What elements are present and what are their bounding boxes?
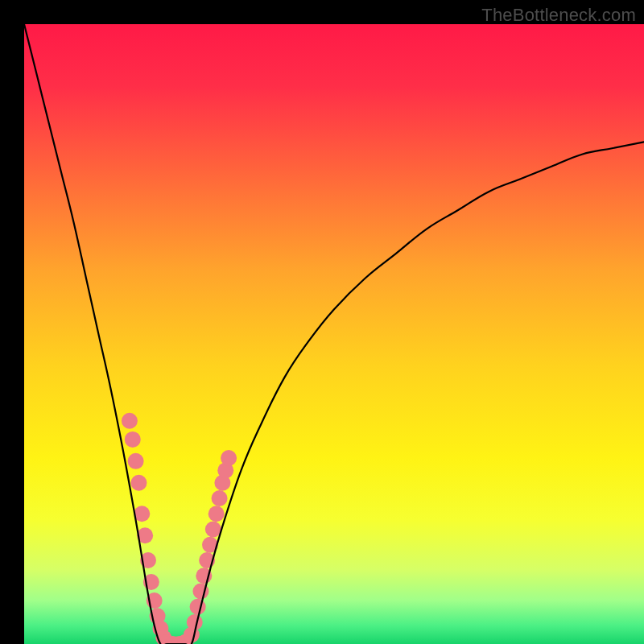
marker-layer	[122, 413, 237, 644]
data-marker	[128, 453, 144, 469]
data-marker	[187, 614, 203, 630]
data-marker	[130, 475, 147, 491]
data-marker	[208, 506, 225, 522]
watermark-text: TheBottleneck.com	[481, 5, 636, 26]
data-marker	[125, 431, 141, 448]
chart-frame: TheBottleneck.com	[0, 0, 644, 644]
data-marker	[190, 599, 206, 615]
bottleneck-curve	[24, 24, 644, 644]
curve-layer	[24, 24, 644, 644]
data-marker	[122, 413, 138, 429]
data-marker	[205, 522, 221, 538]
data-marker	[221, 450, 237, 466]
plot-area	[24, 24, 644, 644]
data-marker	[212, 490, 228, 506]
